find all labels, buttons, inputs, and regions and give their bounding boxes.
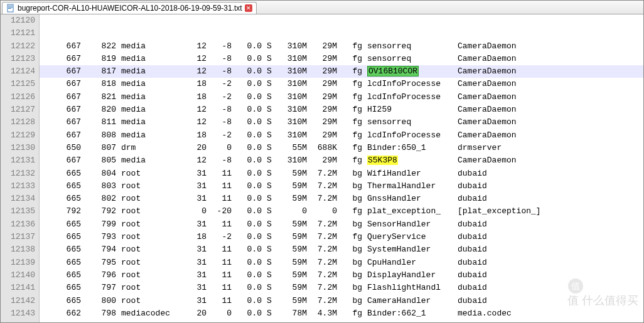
cell: 59M [277, 243, 307, 256]
cell: 811 [81, 116, 116, 129]
cell: fg [337, 40, 362, 53]
text-line[interactable]: 665802root31110.0S59M7.2MbgGnssHandlerdu… [40, 193, 643, 205]
cell: mediacodec [116, 307, 176, 320]
process-name-cell: dubaid [453, 243, 487, 256]
text-line[interactable]: 665797root31110.0S59M7.2MbgFlashlightHan… [40, 282, 643, 294]
cell: root [116, 269, 176, 282]
cell: 0 [207, 307, 232, 320]
cell: 667 [41, 91, 81, 103]
process-name-cell: CameraDaemon [453, 103, 517, 116]
cell: fg [337, 53, 362, 65]
cell: 31 [176, 320, 207, 322]
cell: 667 [41, 154, 81, 167]
text-line[interactable]: 665793root18-20.0S59M7.2MfgQueryServiced… [40, 231, 643, 243]
cell: 665 [41, 243, 81, 256]
text-line[interactable]: 665794root31110.0S59M7.2MbgSystemHandler… [40, 243, 643, 256]
file-tab[interactable]: bugreport-COR-AL10-HUAWEICOR-AL10-2018-0… [2, 2, 257, 14]
cell: 0.0 [232, 307, 262, 320]
line-number: 12123 [6, 53, 35, 65]
cell: root [116, 180, 176, 193]
cell: fg [337, 231, 362, 243]
text-line[interactable]: 667811media12-80.0S310M29MfgsensorreqCam… [40, 116, 643, 129]
text-line[interactable]: 665796root31110.0S59M7.2MbgDisplayHandle… [40, 269, 643, 282]
cell: 12 [176, 103, 207, 116]
text-line[interactable]: 792792root0-200.0S00fgplat_exception_[pl… [40, 205, 643, 218]
cell: bg [337, 193, 362, 205]
cell: 55M [277, 142, 307, 154]
cell: 822 [81, 40, 116, 53]
cell: 0.0 [232, 180, 262, 193]
process-name-cell: drmserver [453, 142, 502, 154]
cell: 0 [307, 205, 337, 218]
text-line[interactable]: 667818media18-20.0S310M29MfglcdInfoProce… [40, 78, 643, 90]
cell: 29M [307, 53, 337, 65]
text-line[interactable]: 667817media12-80.0S310M29MfgOV16B10CORCa… [40, 65, 643, 78]
process-name-cell: CameraDaemon [453, 129, 517, 142]
cell: 790 [81, 320, 116, 322]
cell: S [262, 154, 277, 167]
cell: 667 [41, 53, 81, 65]
cell: 0 [207, 142, 232, 154]
file-icon [6, 4, 15, 13]
cell: 7.2M [307, 193, 337, 205]
cell: 799 [81, 218, 116, 231]
cell: -20 [207, 205, 232, 218]
cell: 0.0 [232, 282, 262, 294]
cell: S [262, 193, 277, 205]
text-line[interactable]: 665790root31110.0S59M7.2MbgDubaiStoraged… [40, 320, 643, 322]
highlight-match: OV16B10COR [367, 66, 419, 77]
cell: 820 [81, 103, 116, 116]
cell: 792 [41, 205, 81, 218]
cell: 59M [277, 282, 307, 294]
text-line[interactable]: 667808media18-20.0S310M29MfglcdInfoProce… [40, 129, 643, 142]
cell: -8 [207, 65, 232, 78]
process-name-cell: dubaid [453, 257, 487, 269]
cell: bg [337, 167, 362, 180]
cell: 0.0 [232, 269, 262, 282]
cell: root [116, 320, 176, 322]
text-content[interactable]: 667822media12-80.0S310M29MfgsensorreqCam… [40, 14, 643, 322]
cell: 665 [41, 218, 81, 231]
text-line[interactable]: 665804root31110.0S59M7.2MbgWifiHandlerdu… [40, 167, 643, 180]
line-number: 12125 [6, 78, 35, 90]
cell: S [262, 205, 277, 218]
tab-bar: bugreport-COR-AL10-HUAWEICOR-AL10-2018-0… [1, 1, 643, 14]
text-line[interactable]: 665799root31110.0S59M7.2MbgSensorHandler… [40, 218, 643, 231]
text-line[interactable]: 662798mediacodec2000.0S78M4.3MfgBinder:6… [40, 307, 643, 320]
text-line[interactable]: 650807drm2000.0S55M688KfgBinder:650_1drm… [40, 142, 643, 154]
cell: 667 [41, 65, 81, 78]
text-line[interactable]: 667805media12-80.0S310M29MfgS5K3P8Camera… [40, 154, 643, 167]
text-line[interactable]: 665800root31110.0S59M7.2MbgCameraHandler… [40, 295, 643, 307]
thread-name-cell: Binder:650_1 [362, 142, 453, 154]
cell: 665 [41, 180, 81, 193]
cell: 12 [176, 53, 207, 65]
cell: 29M [307, 91, 337, 103]
cell: 11 [207, 167, 232, 180]
cell: S [262, 231, 277, 243]
thread-name-cell: SensorHandler [362, 218, 453, 231]
cell: 20 [176, 142, 207, 154]
thread-name-cell: lcdInfoProcesse [362, 129, 453, 142]
cell: 11 [207, 295, 232, 307]
process-name-cell: CameraDaemon [453, 53, 517, 65]
text-line[interactable]: 665795root31110.0S59M7.2MbgCpuHandlerdub… [40, 257, 643, 269]
cell: 792 [81, 205, 116, 218]
text-line[interactable]: 667821media18-20.0S310M29MfglcdInfoProce… [40, 91, 643, 103]
cell: 4.3M [307, 307, 337, 320]
cell: 29M [307, 40, 337, 53]
cell: 7.2M [307, 257, 337, 269]
close-icon[interactable]: ✕ [245, 4, 252, 12]
cell: 650 [41, 142, 81, 154]
line-number: 12122 [6, 40, 35, 53]
text-line[interactable]: 665803root31110.0S59M7.2MbgThermalHandle… [40, 180, 643, 193]
cell: bg [337, 180, 362, 193]
cell: 0.0 [232, 103, 262, 116]
line-number: 12143 [6, 307, 35, 320]
line-number: 12120 [6, 14, 35, 27]
text-line[interactable]: 667819media12-80.0S310M29MfgsensorreqCam… [40, 53, 643, 65]
cell: 0.0 [232, 78, 262, 90]
text-line[interactable]: 667820media12-80.0S310M29MfgHI259CameraD… [40, 103, 643, 116]
cell: fg [337, 78, 362, 90]
text-line[interactable]: 667822media12-80.0S310M29MfgsensorreqCam… [40, 40, 643, 53]
process-name-cell: dubaid [453, 180, 487, 193]
